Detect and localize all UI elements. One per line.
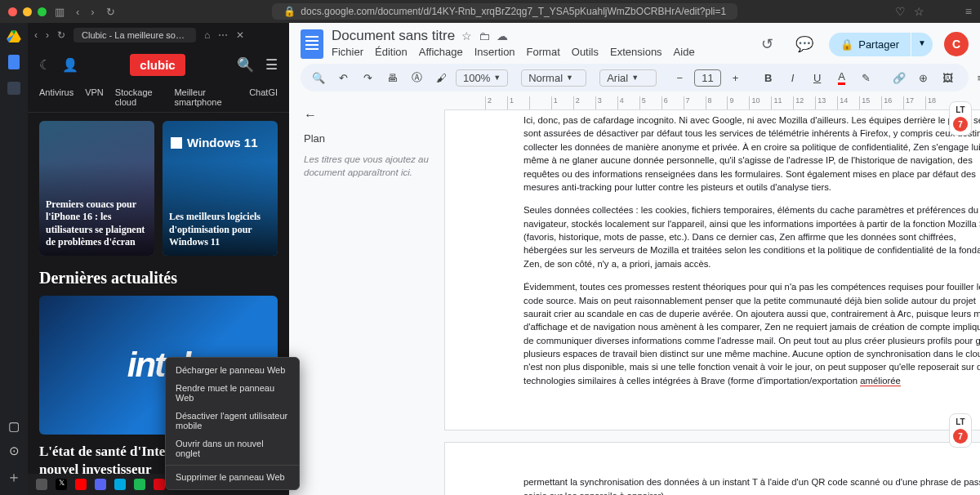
ctx-unload[interactable]: Décharger le panneau Web <box>166 361 299 379</box>
redo-icon[interactable]: ↷ <box>358 69 377 87</box>
menu-help[interactable]: Aide <box>674 46 695 58</box>
menu-insert[interactable]: Insertion <box>474 46 515 58</box>
ctx-disable-ua[interactable]: Désactiver l'agent utilisateur mobile <box>166 407 299 435</box>
fav-yt-icon[interactable] <box>75 479 87 490</box>
star-icon[interactable]: ☆ <box>461 29 472 42</box>
nav-vpn[interactable]: VPN <box>85 87 104 107</box>
underline-icon[interactable]: U <box>808 69 827 87</box>
menu-icon[interactable]: ≡ <box>965 5 972 18</box>
nav-chatgi[interactable]: ChatGI <box>249 87 278 107</box>
doc-title[interactable]: Document sans titre <box>332 28 455 44</box>
fav-x-icon[interactable]: 𝕏 <box>56 479 67 490</box>
hamburger-icon[interactable]: ☰ <box>265 56 278 74</box>
back-icon[interactable]: ‹ <box>76 6 79 18</box>
increase-font-icon[interactable]: + <box>726 69 746 87</box>
rail-settings-icon[interactable]: ⊙ <box>6 443 22 459</box>
italic-icon[interactable]: I <box>783 69 803 87</box>
ctx-remove[interactable]: Supprimer le panneau Web <box>166 468 299 486</box>
panel-reload-icon[interactable]: ↻ <box>57 29 65 41</box>
cloud-status-icon[interactable]: ☁ <box>497 29 508 42</box>
print-icon[interactable]: 🖶 <box>382 69 402 87</box>
panel-forward-icon[interactable]: › <box>46 29 49 41</box>
rail-app-icon[interactable] <box>6 80 22 96</box>
move-icon[interactable]: 🗀 <box>479 29 490 42</box>
page[interactable]: permettant la synchronisation des donnée… <box>444 442 980 495</box>
rail-add-icon[interactable]: ＋ <box>7 467 21 487</box>
left-rail: ▢ ⊙ ＋ <box>0 23 28 495</box>
panel-tab[interactable]: Clubic - La meilleure source d'informati… <box>74 28 196 42</box>
zoom-select[interactable]: 100%▼ <box>456 69 508 87</box>
search-menus-icon[interactable]: 🔍 <box>309 69 328 87</box>
card-title: Les meilleurs logiciels d'optimisation p… <box>169 211 271 249</box>
menu-view[interactable]: Affichage <box>419 46 463 58</box>
paragraph: Ici, donc, pas de cafardage incognito. N… <box>523 114 980 194</box>
image-icon[interactable]: 🖼 <box>938 69 958 87</box>
search-icon[interactable]: 🔍 <box>237 56 254 74</box>
bold-icon[interactable]: B <box>759 69 778 87</box>
fav-discord-icon[interactable] <box>95 479 106 490</box>
minimize-window-icon[interactable] <box>23 7 32 16</box>
document-canvas[interactable]: 21123456789101112131415161718 LT 7 LT 7 … <box>444 96 980 495</box>
share-dropdown[interactable]: ▼ <box>911 33 933 56</box>
panel-home-icon[interactable]: ⌂ <box>204 29 210 41</box>
style-select[interactable]: Normal▼ <box>521 69 586 87</box>
undo-icon[interactable]: ↶ <box>333 69 353 87</box>
menu-edit[interactable]: Édition <box>375 46 408 58</box>
rail-docs-icon[interactable] <box>6 54 22 70</box>
align-icon[interactable]: ≡ <box>971 69 980 87</box>
highlight-icon[interactable]: ✎ <box>857 69 876 87</box>
shield-icon[interactable]: ♡ <box>895 5 906 18</box>
panel-more-icon[interactable]: ⋯ <box>218 29 228 41</box>
font-select[interactable]: Arial▼ <box>599 69 657 87</box>
rail-panel-icon[interactable]: ▢ <box>6 418 22 435</box>
nav-stockage[interactable]: Stockage cloud <box>115 87 163 107</box>
paint-format-icon[interactable]: 🖌 <box>431 69 451 87</box>
maximize-window-icon[interactable] <box>38 7 47 16</box>
lt-badge[interactable]: LT 7 <box>949 101 972 136</box>
menu-extensions[interactable]: Extensions <box>610 46 662 58</box>
spellcheck-icon[interactable]: Ⓐ <box>407 67 426 88</box>
outline-placeholder: Les titres que vous ajoutez au document … <box>304 153 430 179</box>
history-icon[interactable]: ↺ <box>754 31 780 57</box>
url-bar[interactable]: 🔒 docs.google.com/document/d/14KY-Rnb_xr… <box>272 3 737 20</box>
comment-icon[interactable]: ⊕ <box>914 69 933 87</box>
menu-file[interactable]: Fichier <box>332 46 363 58</box>
panel-close-icon[interactable]: ✕ <box>236 29 244 41</box>
share-button[interactable]: 🔒Partager <box>829 33 911 56</box>
fav-netflix-icon[interactable] <box>154 479 165 490</box>
forward-icon[interactable]: › <box>91 6 94 18</box>
docs-logo-icon[interactable] <box>301 29 323 59</box>
avatar[interactable]: C <box>944 32 969 56</box>
ctx-open-tab[interactable]: Ouvrir dans un nouvel onglet <box>166 435 299 462</box>
nav-antivirus[interactable]: Antivirus <box>39 87 74 107</box>
outline-back-icon[interactable]: ← <box>304 108 430 123</box>
star-icon[interactable]: ☆ <box>914 5 924 18</box>
clubic-logo[interactable]: clubic <box>130 54 185 76</box>
sidebar-toggle-icon[interactable]: ▥ <box>55 6 65 18</box>
reload-icon[interactable]: ↻ <box>106 6 115 18</box>
account-icon[interactable]: 👤 <box>62 57 78 73</box>
lt-badge[interactable]: LT 7 <box>949 413 972 448</box>
fav-spotify-icon[interactable] <box>134 479 145 490</box>
article-card-iphone[interactable]: Premiers couacs pour l'iPhone 16 : les u… <box>39 121 154 256</box>
link-icon[interactable]: 🔗 <box>889 69 909 87</box>
panel-back-icon[interactable]: ‹ <box>34 29 38 41</box>
decrease-font-icon[interactable]: − <box>670 69 689 87</box>
close-window-icon[interactable] <box>8 7 17 16</box>
nav-smartphone[interactable]: Meilleur smartphone <box>174 87 238 107</box>
spelling-error[interactable]: améliorée <box>860 376 901 386</box>
menu-tools[interactable]: Outils <box>572 46 599 58</box>
text-color-icon[interactable]: A <box>832 67 852 88</box>
paragraph: permettant la synchronisation des donnée… <box>523 475 980 495</box>
fav-icon[interactable] <box>114 479 126 490</box>
font-size-input[interactable]: 11 <box>694 69 720 87</box>
page[interactable]: Ici, donc, pas de cafardage incognito. N… <box>444 109 980 430</box>
ruler[interactable]: 21123456789101112131415161718 <box>449 96 980 109</box>
comments-icon[interactable]: 💬 <box>791 31 817 57</box>
article-card-windows[interactable]: Windows 11 Les meilleurs logiciels d'opt… <box>163 121 278 256</box>
ctx-mute[interactable]: Rendre muet le panneau Web <box>166 379 299 407</box>
rail-drive-icon[interactable] <box>6 28 22 44</box>
menu-format[interactable]: Format <box>527 46 560 58</box>
theme-toggle-icon[interactable]: ☾ <box>39 57 51 73</box>
fav-icon[interactable] <box>36 479 47 490</box>
